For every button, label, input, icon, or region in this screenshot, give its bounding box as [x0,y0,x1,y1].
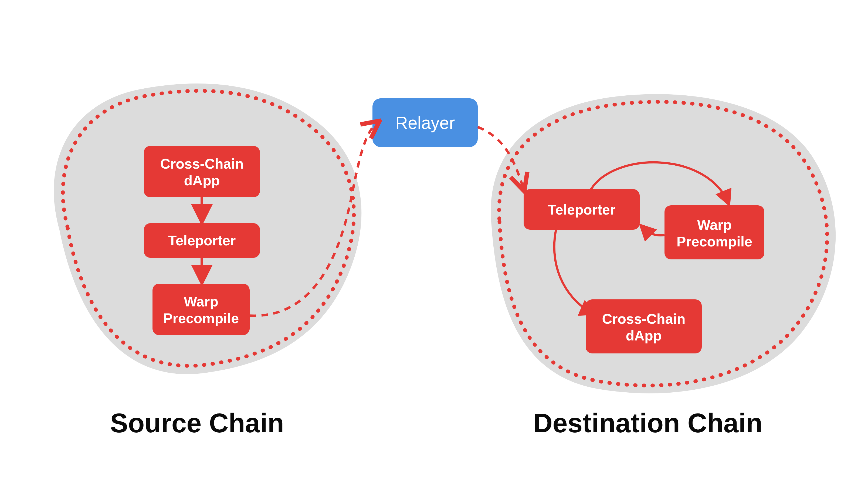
svg-rect-1 [144,146,260,197]
source-warp-node: Warp Precompile [153,284,250,335]
relayer-label: Relayer [395,113,455,133]
source-warp-line2: Precompile [163,311,239,326]
relayer-node: Relayer [372,98,478,147]
source-teleporter-label: Teleporter [168,233,236,248]
dest-dapp-line2: dApp [626,328,662,343]
source-dapp-line1: Cross-Chain [160,156,243,172]
dest-dapp-line1: Cross-Chain [602,311,685,327]
destination-chain-title: Destination Chain [533,408,763,438]
source-chain-title: Source Chain [110,408,284,438]
source-warp-line1: Warp [184,294,218,309]
dest-teleporter-label: Teleporter [548,202,615,218]
dest-warp-node: Warp Precompile [664,205,764,259]
dest-dapp-node: Cross-Chain dApp [586,299,702,353]
dest-teleporter-node: Teleporter [524,189,640,230]
dest-warp-line2: Precompile [677,234,752,250]
source-dapp-node: Cross-Chain dApp [144,146,260,197]
svg-rect-3 [153,284,250,335]
dest-warp-line1: Warp [697,217,732,233]
source-teleporter-node: Teleporter [144,223,260,258]
source-dapp-line2: dApp [184,173,220,188]
